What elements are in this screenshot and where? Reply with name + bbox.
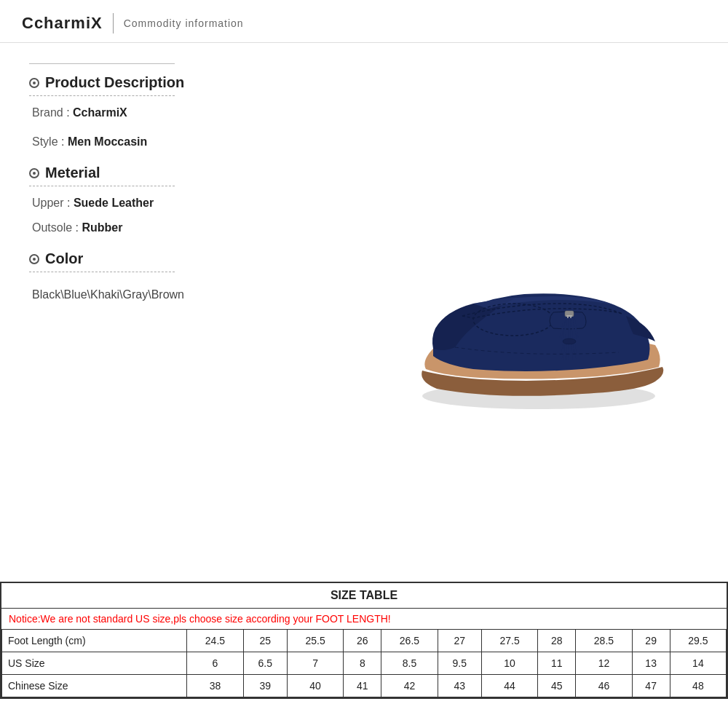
table-cell: 40 xyxy=(288,675,344,697)
spacer3 xyxy=(29,215,328,221)
table-cell: 42 xyxy=(381,675,438,697)
style-separator: : xyxy=(61,135,68,148)
table-cell: 11 xyxy=(538,652,576,675)
table-cell: 13 xyxy=(632,652,670,675)
product-description-title: Product Description xyxy=(45,74,184,91)
size-table-title: SIZE TABLE xyxy=(1,583,727,609)
brand-row: Brand : CcharmiX xyxy=(29,106,328,119)
chinese-size-label: Chinese Size xyxy=(2,675,187,697)
table-cell: 26.5 xyxy=(381,630,438,652)
size-notice: Notice:We are not standard US size,pls c… xyxy=(1,609,727,630)
svg-line-12 xyxy=(567,344,568,360)
table-cell: 14 xyxy=(670,652,726,675)
outsole-value: Rubber xyxy=(82,221,122,234)
material-title: Meterial xyxy=(45,165,100,181)
us-size-row: US Size66.5788.59.51011121314 xyxy=(2,652,727,675)
circle-icon-product xyxy=(29,78,39,88)
table-cell: 25 xyxy=(243,630,288,652)
color-heading: Color xyxy=(29,250,328,267)
circle-icon-material xyxy=(29,168,39,178)
table-cell: 45 xyxy=(538,675,576,697)
top-divider xyxy=(29,63,175,64)
header: CcharmiX Commodity information xyxy=(0,0,728,43)
table-cell: 25.5 xyxy=(288,630,344,652)
brand-separator: : xyxy=(66,106,73,119)
page-wrapper: CcharmiX Commodity information Product D… xyxy=(0,0,728,728)
table-cell: 47 xyxy=(632,675,670,697)
table-cell: 6 xyxy=(187,652,243,675)
product-description-heading: Product Description xyxy=(29,74,328,91)
table-cell: 12 xyxy=(576,652,632,675)
table-cell: 6.5 xyxy=(243,652,288,675)
table-cell: 8 xyxy=(344,652,381,675)
table-cell: 29.5 xyxy=(670,630,726,652)
main-content: Product Description Brand : CcharmiX Sty… xyxy=(0,43,728,582)
table-cell: 28 xyxy=(538,630,576,652)
svg-point-9 xyxy=(563,339,576,344)
table-cell: 9.5 xyxy=(438,652,482,675)
brand-label: Brand xyxy=(32,106,63,119)
spacer2 xyxy=(29,154,328,165)
table-cell: 26 xyxy=(344,630,381,652)
table-cell: 27.5 xyxy=(482,630,538,652)
upper-separator: : xyxy=(67,197,74,209)
table-cell: 44 xyxy=(482,675,538,697)
us-size-label: US Size xyxy=(2,652,187,675)
shoe-image xyxy=(379,203,684,422)
brand-name: CcharmiX xyxy=(22,14,103,33)
upper-label: Upper xyxy=(32,197,64,209)
upper-row: Upper : Suede Leather xyxy=(29,197,328,210)
chinese-size-row: Chinese Size3839404142434445464748 xyxy=(2,675,727,697)
table-cell: 41 xyxy=(344,675,381,697)
foot-length-label: Foot Length (cm) xyxy=(2,630,187,652)
material-heading: Meterial xyxy=(29,165,328,181)
info-panel: Product Description Brand : CcharmiX Sty… xyxy=(0,43,349,582)
table-cell: 46 xyxy=(576,675,632,697)
table-cell: 43 xyxy=(438,675,482,697)
table-cell: 29 xyxy=(632,630,670,652)
style-row: Style : Men Moccasin xyxy=(29,135,328,149)
foot-length-row: Foot Length (cm)24.52525.52626.52727.528… xyxy=(2,630,727,652)
product-description-underline xyxy=(29,95,175,96)
style-label: Style xyxy=(32,135,58,148)
color-value: Black\Blue\Khaki\Gray\Brown xyxy=(32,288,184,301)
upper-value: Suede Leather xyxy=(74,197,154,209)
material-underline xyxy=(29,186,175,186)
color-underline xyxy=(29,272,175,272)
spacer5 xyxy=(29,282,328,288)
header-divider xyxy=(113,13,114,33)
table-cell: 28.5 xyxy=(576,630,632,652)
circle-icon-color xyxy=(29,254,39,264)
table-cell: 7 xyxy=(288,652,344,675)
brand-value: CcharmiX xyxy=(73,106,127,119)
outsole-row: Outsole : Rubber xyxy=(29,221,328,234)
table-cell: 8.5 xyxy=(381,652,438,675)
outsole-label: Outsole xyxy=(32,221,72,234)
shoe-image-area xyxy=(349,43,728,582)
table-cell: 48 xyxy=(670,675,726,697)
size-table-section: SIZE TABLE Notice:We are not standard US… xyxy=(0,582,728,699)
commodity-info: Commodity information xyxy=(124,17,244,29)
color-title: Color xyxy=(45,250,83,267)
table-cell: 39 xyxy=(243,675,288,697)
spacer1 xyxy=(29,125,328,135)
table-cell: 27 xyxy=(438,630,482,652)
style-value: Men Moccasin xyxy=(68,135,147,148)
spacer4 xyxy=(29,240,328,250)
size-table: Foot Length (cm)24.52525.52626.52727.528… xyxy=(1,630,727,697)
color-value-row: Black\Blue\Khaki\Gray\Brown xyxy=(29,288,328,301)
table-cell: 24.5 xyxy=(187,630,243,652)
table-cell: 10 xyxy=(482,652,538,675)
table-cell: 38 xyxy=(187,675,243,697)
